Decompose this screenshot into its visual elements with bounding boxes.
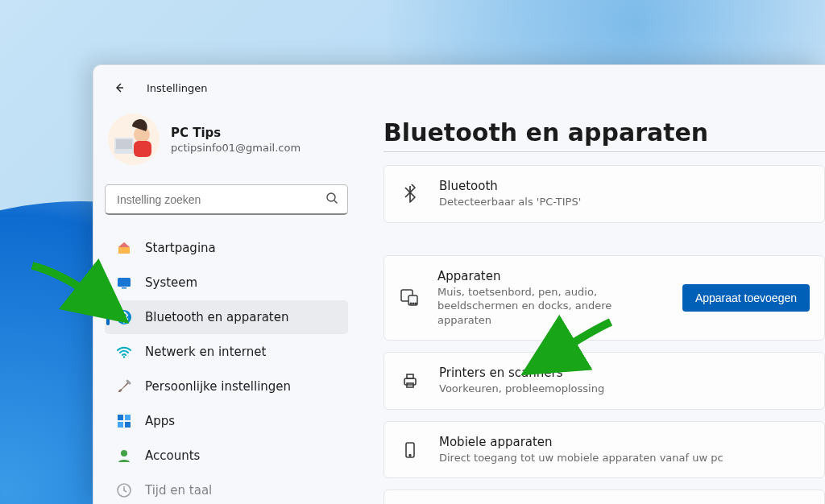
card-cameras[interactable]: Camera's Verbonden camera's, standaardin… (383, 490, 825, 504)
sidebar-item-network[interactable]: Netwerk en internet (105, 335, 348, 369)
card-title: Apparaten (437, 269, 647, 283)
clock-icon (116, 482, 132, 498)
person-icon (116, 448, 132, 464)
card-title: Printers en scanners (439, 366, 604, 380)
svg-point-18 (410, 303, 412, 304)
add-device-button[interactable]: Apparaat toevoegen (682, 284, 810, 312)
bluetooth-icon (399, 184, 421, 204)
sidebar-item-time-language[interactable]: Tijd en taal (105, 473, 348, 504)
sidebar-item-label: Accounts (145, 448, 200, 463)
svg-rect-22 (407, 374, 413, 378)
sidebar-item-personalization[interactable]: Persoonlijke instellingen (105, 370, 348, 403)
wifi-icon (116, 344, 132, 360)
card-devices[interactable]: Apparaten Muis, toetsenbord, pen, audio,… (383, 255, 825, 341)
sidebar-item-label: Bluetooth en apparaten (145, 310, 289, 324)
apps-icon (116, 413, 132, 429)
page-title: Bluetooth en apparaten (383, 118, 825, 147)
sidebar-item-bluetooth-devices[interactable]: Bluetooth en apparaten (105, 300, 348, 334)
arrow-left-icon (113, 81, 126, 94)
sidebar-item-label: Netwerk en internet (145, 345, 266, 359)
card-title: Bluetooth (439, 179, 581, 193)
sidebar-item-label: Systeem (145, 275, 197, 290)
sidebar-item-apps[interactable]: Apps (105, 404, 348, 438)
divider (383, 151, 825, 152)
settings-window: Instellingen PC Tips pctipsinfo01@ (93, 64, 825, 504)
account-block[interactable]: PC Tips pctipsinfo01@gmail.com (105, 109, 348, 176)
main-panel: Bluetooth en apparaten Bluetooth Detecte… (359, 104, 825, 504)
card-bluetooth[interactable]: Bluetooth Detecteerbaar als 'PC-TIPS' (383, 165, 825, 223)
window-title: Instellingen (147, 82, 208, 94)
card-subtitle: Detecteerbaar als 'PC-TIPS' (439, 195, 581, 209)
back-button[interactable] (108, 76, 131, 99)
avatar (108, 114, 160, 165)
svg-point-25 (409, 454, 411, 456)
sidebar: PC Tips pctipsinfo01@gmail.com Startpagi… (93, 104, 359, 504)
sidebar-item-label: Startpagina (145, 241, 216, 255)
svg-rect-13 (125, 422, 131, 428)
card-title: Mobiele apparaten (439, 435, 723, 449)
search-icon (325, 192, 338, 208)
card-printers-scanners[interactable]: Printers en scanners Voorkeuren, problee… (383, 352, 825, 410)
profile-name: PC Tips (171, 126, 301, 140)
search-box (105, 184, 348, 215)
svg-rect-12 (118, 422, 123, 428)
svg-point-19 (412, 303, 414, 304)
sidebar-nav: Startpagina Systeem Bluetooth en apparat… (105, 231, 348, 504)
sidebar-item-label: Tijd en taal (145, 483, 212, 498)
svg-point-9 (123, 356, 125, 357)
home-icon (116, 240, 132, 256)
svg-rect-7 (122, 287, 126, 289)
profile-email: pctipsinfo01@gmail.com (171, 142, 301, 154)
svg-point-5 (327, 193, 335, 201)
search-input[interactable] (105, 184, 348, 215)
sidebar-item-label: Persoonlijke instellingen (145, 379, 291, 394)
svg-point-20 (415, 303, 417, 304)
sidebar-item-label: Apps (145, 414, 175, 428)
svg-rect-2 (116, 139, 132, 149)
devices-icon (399, 287, 420, 308)
printer-icon (399, 371, 421, 390)
card-mobile-devices[interactable]: Mobiele apparaten Direct toegang tot uw … (383, 421, 825, 479)
card-subtitle: Voorkeuren, probleemoplossing (439, 382, 604, 396)
sidebar-item-system[interactable]: Systeem (105, 266, 348, 300)
titlebar: Instellingen (93, 65, 825, 104)
sidebar-item-accounts[interactable]: Accounts (105, 439, 348, 473)
brush-icon (116, 378, 132, 395)
card-subtitle: Direct toegang tot uw mobiele apparaten … (439, 451, 723, 465)
svg-rect-4 (134, 141, 151, 157)
svg-point-14 (121, 450, 127, 456)
svg-rect-6 (118, 278, 131, 287)
svg-rect-11 (125, 415, 131, 420)
bluetooth-icon (116, 309, 132, 325)
sidebar-item-home[interactable]: Startpagina (105, 231, 348, 265)
system-icon (116, 275, 132, 291)
card-subtitle: Muis, toetsenbord, pen, audio, beeldsche… (437, 285, 647, 328)
phone-icon (399, 441, 421, 459)
svg-rect-10 (118, 415, 123, 420)
